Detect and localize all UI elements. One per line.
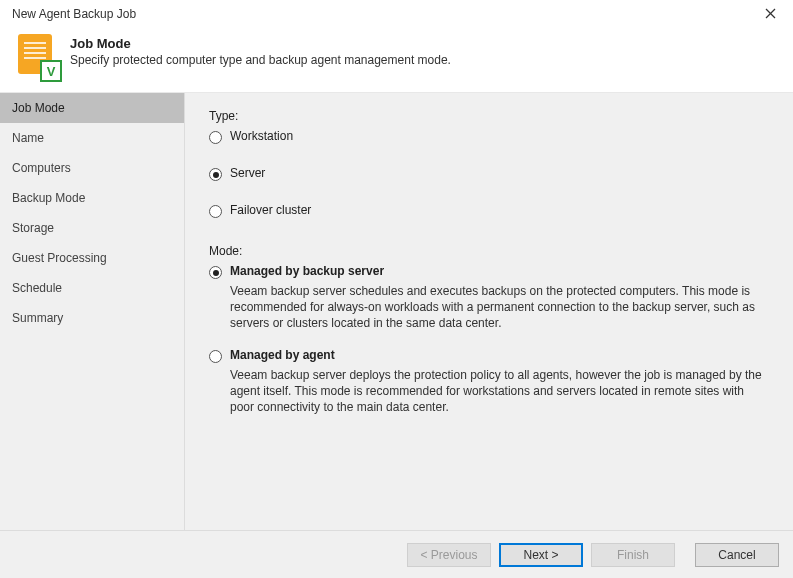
step-storage[interactable]: Storage [0,213,184,243]
cancel-button[interactable]: Cancel [695,543,779,567]
radio-label: Managed by agent [230,348,771,362]
close-icon[interactable] [755,2,785,26]
wizard-steps: Job Mode Name Computers Backup Mode Stor… [0,93,185,530]
mode-desc-managed-by-server: Veeam backup server schedules and execut… [230,283,771,332]
radio-icon[interactable] [209,205,222,218]
radio-label: Server [230,166,265,180]
mode-label: Mode: [209,244,771,258]
step-backup-mode[interactable]: Backup Mode [0,183,184,213]
type-option-workstation[interactable]: Workstation [209,129,771,144]
wizard-body: Job Mode Name Computers Backup Mode Stor… [0,92,793,530]
step-job-mode[interactable]: Job Mode [0,93,184,123]
wizard-icon: V [14,34,62,82]
radio-icon[interactable] [209,350,222,363]
step-summary[interactable]: Summary [0,303,184,333]
step-schedule[interactable]: Schedule [0,273,184,303]
radio-label: Workstation [230,129,293,143]
type-label: Type: [209,109,771,123]
finish-button: Finish [591,543,675,567]
step-name[interactable]: Name [0,123,184,153]
mode-desc-managed-by-agent: Veeam backup server deploys the protecti… [230,367,771,416]
radio-icon[interactable] [209,168,222,181]
radio-label: Failover cluster [230,203,311,217]
v-badge-icon: V [40,60,62,82]
type-option-failover-cluster[interactable]: Failover cluster [209,203,771,218]
wizard-content: Type: Workstation Server Failover cluste… [185,93,793,530]
dialog: New Agent Backup Job V Job Mode Specify … [0,0,793,578]
mode-option-managed-by-agent[interactable]: Managed by agent [209,348,771,363]
step-computers[interactable]: Computers [0,153,184,183]
step-guest-processing[interactable]: Guest Processing [0,243,184,273]
page-subtitle: Specify protected computer type and back… [70,53,451,67]
radio-icon[interactable] [209,266,222,279]
wizard-header: V Job Mode Specify protected computer ty… [0,28,793,92]
mode-option-managed-by-server[interactable]: Managed by backup server [209,264,771,279]
titlebar: New Agent Backup Job [0,0,793,28]
page-title: Job Mode [70,36,451,51]
window-title: New Agent Backup Job [12,7,755,21]
radio-label: Managed by backup server [230,264,771,278]
previous-button: < Previous [407,543,491,567]
wizard-footer: < Previous Next > Finish Cancel [0,530,793,578]
next-button[interactable]: Next > [499,543,583,567]
type-option-server[interactable]: Server [209,166,771,181]
radio-icon[interactable] [209,131,222,144]
